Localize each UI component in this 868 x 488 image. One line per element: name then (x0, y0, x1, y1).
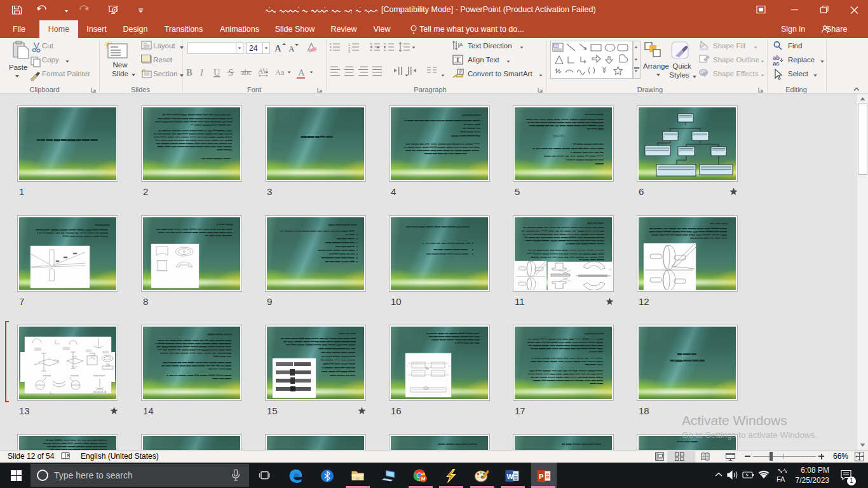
svg-text:A: A (459, 42, 463, 48)
svg-text:Q=I2.R.t: Q=I2.R.t (553, 134, 565, 138)
svg-text:ac: ac (773, 60, 780, 67)
svg-text:Section A - A: Section A - A (93, 391, 107, 393)
svg-text:I: I (200, 67, 204, 78)
svg-text:abc: abc (241, 69, 252, 76)
svg-text:B: B (186, 67, 193, 78)
svg-text:W: W (507, 473, 514, 480)
svg-text:Aa: Aa (275, 68, 285, 77)
svg-text:A: A (275, 43, 281, 53)
svg-text:A: A (298, 67, 305, 78)
svg-text:P: P (539, 473, 543, 480)
svg-text:A: A (288, 44, 295, 53)
svg-text:3: 3 (348, 50, 350, 53)
svg-text:U: U (214, 67, 220, 78)
svg-text:M: M (421, 476, 426, 482)
